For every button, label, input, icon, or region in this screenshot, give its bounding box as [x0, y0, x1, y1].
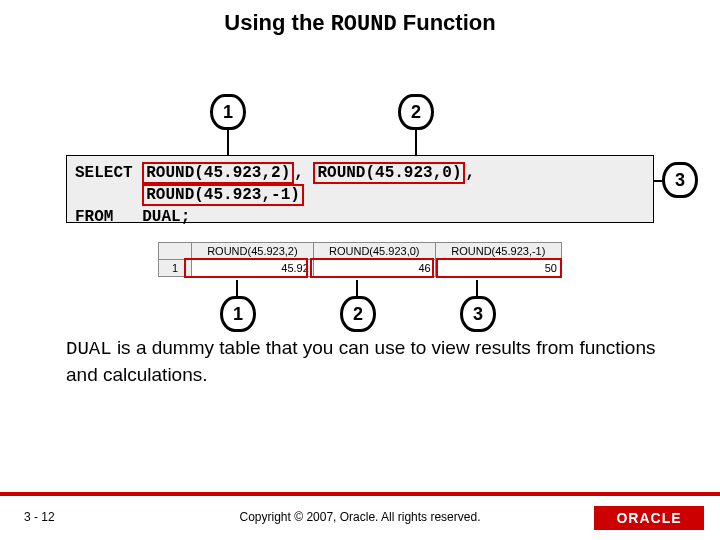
- highlight-box-2: [310, 258, 434, 278]
- result-grid: ROUND(45.923,2) ROUND(45.923,0) ROUND(45…: [158, 242, 562, 277]
- callout-label: 1: [223, 102, 233, 122]
- callout-bubble-2-top: 2: [398, 94, 434, 130]
- oracle-logo: ORACLE: [594, 506, 704, 530]
- callout-bubble-1-bottom: 1: [220, 296, 256, 332]
- col-header-2: ROUND(45.923,0): [313, 243, 435, 260]
- title-keyword: ROUND: [331, 12, 397, 37]
- kw-from: FROM: [75, 208, 142, 226]
- highlight-box-1: [184, 258, 308, 278]
- kw-select: SELECT: [75, 164, 142, 182]
- footnote-keyword: DUAL: [66, 338, 112, 360]
- rownum-header: [159, 243, 192, 260]
- tbl-dual: DUAL;: [142, 208, 190, 226]
- title-post: Function: [397, 10, 496, 35]
- footnote: DUAL is a dummy table that you can use t…: [66, 335, 666, 388]
- slide-title: Using the ROUND Function: [0, 10, 720, 37]
- callout-bubble-3-bottom: 3: [460, 296, 496, 332]
- col-header-3: ROUND(45.923,-1): [435, 243, 561, 260]
- callout-label: 2: [353, 304, 363, 324]
- callout-bubble-1-top: 1: [210, 94, 246, 130]
- sql-code-block: SELECT ROUND(45.923,2), ROUND(45.923,0),…: [66, 155, 654, 223]
- expr-round-0: ROUND(45.923,0): [313, 162, 465, 184]
- footnote-text: is a dummy table that you can use to vie…: [66, 337, 655, 385]
- footer-divider: [0, 492, 720, 496]
- expr-round-2: ROUND(45.923,2): [142, 162, 294, 184]
- sep: ,: [465, 164, 475, 182]
- callout-label: 1: [233, 304, 243, 324]
- sep: ,: [294, 164, 313, 182]
- callout-label: 3: [675, 170, 685, 190]
- callout-label: 2: [411, 102, 421, 122]
- callout-bubble-2-bottom: 2: [340, 296, 376, 332]
- slide: Using the ROUND Function 1 2 3 SELECT RO…: [0, 0, 720, 540]
- expr-round-neg1: ROUND(45.923,-1): [142, 184, 304, 206]
- table-header-row: ROUND(45.923,2) ROUND(45.923,0) ROUND(45…: [159, 243, 562, 260]
- title-pre: Using the: [224, 10, 330, 35]
- callout-label: 3: [473, 304, 483, 324]
- col-header-1: ROUND(45.923,2): [192, 243, 314, 260]
- highlight-box-3: [436, 258, 562, 278]
- pad: [75, 186, 142, 204]
- callout-bubble-3-top: 3: [662, 162, 698, 198]
